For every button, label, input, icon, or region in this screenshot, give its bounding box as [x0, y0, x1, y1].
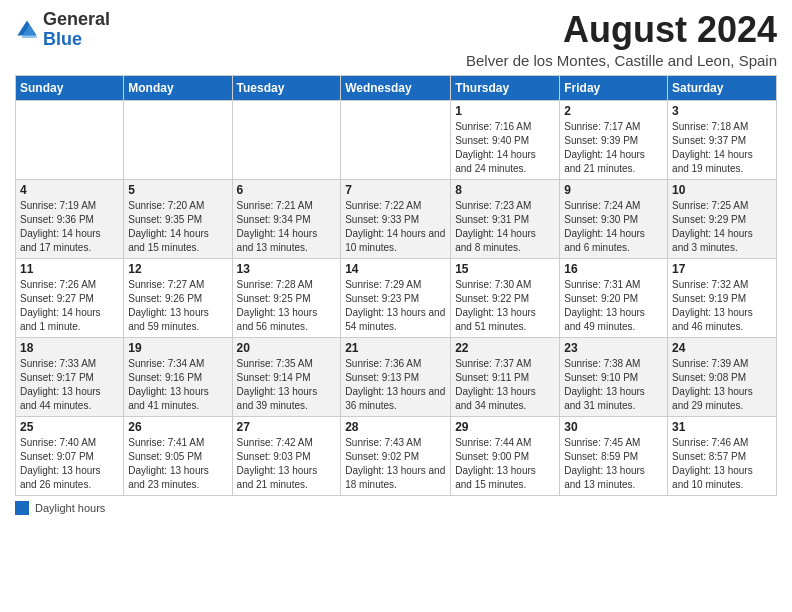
calendar-cell: 15Sunrise: 7:30 AM Sunset: 9:22 PM Dayli… — [451, 258, 560, 337]
calendar-cell: 2Sunrise: 7:17 AM Sunset: 9:39 PM Daylig… — [560, 100, 668, 179]
calendar-cell: 9Sunrise: 7:24 AM Sunset: 9:30 PM Daylig… — [560, 179, 668, 258]
day-info: Sunrise: 7:37 AM Sunset: 9:11 PM Dayligh… — [455, 357, 555, 413]
calendar-cell: 30Sunrise: 7:45 AM Sunset: 8:59 PM Dayli… — [560, 416, 668, 495]
day-number: 1 — [455, 104, 555, 118]
daylight-color-box — [15, 501, 29, 515]
daylight-hours-label: Daylight hours — [35, 502, 105, 514]
day-number: 14 — [345, 262, 446, 276]
day-info: Sunrise: 7:16 AM Sunset: 9:40 PM Dayligh… — [455, 120, 555, 176]
day-info: Sunrise: 7:39 AM Sunset: 9:08 PM Dayligh… — [672, 357, 772, 413]
calendar-cell: 11Sunrise: 7:26 AM Sunset: 9:27 PM Dayli… — [16, 258, 124, 337]
col-header-tuesday: Tuesday — [232, 75, 341, 100]
day-number: 6 — [237, 183, 337, 197]
day-number: 16 — [564, 262, 663, 276]
day-number: 28 — [345, 420, 446, 434]
day-number: 19 — [128, 341, 227, 355]
day-number: 13 — [237, 262, 337, 276]
day-info: Sunrise: 7:42 AM Sunset: 9:03 PM Dayligh… — [237, 436, 337, 492]
day-number: 27 — [237, 420, 337, 434]
day-info: Sunrise: 7:25 AM Sunset: 9:29 PM Dayligh… — [672, 199, 772, 255]
day-info: Sunrise: 7:30 AM Sunset: 9:22 PM Dayligh… — [455, 278, 555, 334]
day-info: Sunrise: 7:40 AM Sunset: 9:07 PM Dayligh… — [20, 436, 119, 492]
day-number: 30 — [564, 420, 663, 434]
day-info: Sunrise: 7:35 AM Sunset: 9:14 PM Dayligh… — [237, 357, 337, 413]
calendar-week-3: 18Sunrise: 7:33 AM Sunset: 9:17 PM Dayli… — [16, 337, 777, 416]
day-info: Sunrise: 7:33 AM Sunset: 9:17 PM Dayligh… — [20, 357, 119, 413]
day-number: 8 — [455, 183, 555, 197]
day-info: Sunrise: 7:19 AM Sunset: 9:36 PM Dayligh… — [20, 199, 119, 255]
calendar-cell — [341, 100, 451, 179]
day-info: Sunrise: 7:34 AM Sunset: 9:16 PM Dayligh… — [128, 357, 227, 413]
day-info: Sunrise: 7:17 AM Sunset: 9:39 PM Dayligh… — [564, 120, 663, 176]
calendar-cell: 17Sunrise: 7:32 AM Sunset: 9:19 PM Dayli… — [668, 258, 777, 337]
calendar-cell: 10Sunrise: 7:25 AM Sunset: 9:29 PM Dayli… — [668, 179, 777, 258]
day-info: Sunrise: 7:32 AM Sunset: 9:19 PM Dayligh… — [672, 278, 772, 334]
day-number: 22 — [455, 341, 555, 355]
day-info: Sunrise: 7:46 AM Sunset: 8:57 PM Dayligh… — [672, 436, 772, 492]
calendar-header-row: SundayMondayTuesdayWednesdayThursdayFrid… — [16, 75, 777, 100]
calendar-cell: 21Sunrise: 7:36 AM Sunset: 9:13 PM Dayli… — [341, 337, 451, 416]
col-header-wednesday: Wednesday — [341, 75, 451, 100]
footer: Daylight hours — [15, 501, 777, 515]
calendar-cell: 27Sunrise: 7:42 AM Sunset: 9:03 PM Dayli… — [232, 416, 341, 495]
day-number: 3 — [672, 104, 772, 118]
day-number: 23 — [564, 341, 663, 355]
day-info: Sunrise: 7:28 AM Sunset: 9:25 PM Dayligh… — [237, 278, 337, 334]
calendar-cell: 26Sunrise: 7:41 AM Sunset: 9:05 PM Dayli… — [124, 416, 232, 495]
day-info: Sunrise: 7:24 AM Sunset: 9:30 PM Dayligh… — [564, 199, 663, 255]
calendar-cell: 3Sunrise: 7:18 AM Sunset: 9:37 PM Daylig… — [668, 100, 777, 179]
calendar-cell: 24Sunrise: 7:39 AM Sunset: 9:08 PM Dayli… — [668, 337, 777, 416]
day-info: Sunrise: 7:27 AM Sunset: 9:26 PM Dayligh… — [128, 278, 227, 334]
calendar-cell: 22Sunrise: 7:37 AM Sunset: 9:11 PM Dayli… — [451, 337, 560, 416]
calendar-cell: 28Sunrise: 7:43 AM Sunset: 9:02 PM Dayli… — [341, 416, 451, 495]
calendar-week-0: 1Sunrise: 7:16 AM Sunset: 9:40 PM Daylig… — [16, 100, 777, 179]
calendar-cell — [16, 100, 124, 179]
day-info: Sunrise: 7:31 AM Sunset: 9:20 PM Dayligh… — [564, 278, 663, 334]
col-header-thursday: Thursday — [451, 75, 560, 100]
day-info: Sunrise: 7:18 AM Sunset: 9:37 PM Dayligh… — [672, 120, 772, 176]
calendar-week-2: 11Sunrise: 7:26 AM Sunset: 9:27 PM Dayli… — [16, 258, 777, 337]
day-number: 31 — [672, 420, 772, 434]
day-number: 26 — [128, 420, 227, 434]
logo-text: General Blue — [43, 10, 110, 50]
calendar-cell: 20Sunrise: 7:35 AM Sunset: 9:14 PM Dayli… — [232, 337, 341, 416]
day-number: 10 — [672, 183, 772, 197]
day-info: Sunrise: 7:44 AM Sunset: 9:00 PM Dayligh… — [455, 436, 555, 492]
day-number: 7 — [345, 183, 446, 197]
calendar-cell: 29Sunrise: 7:44 AM Sunset: 9:00 PM Dayli… — [451, 416, 560, 495]
day-number: 18 — [20, 341, 119, 355]
day-number: 20 — [237, 341, 337, 355]
calendar-cell: 7Sunrise: 7:22 AM Sunset: 9:33 PM Daylig… — [341, 179, 451, 258]
location: Belver de los Montes, Castille and Leon,… — [466, 52, 777, 69]
day-info: Sunrise: 7:26 AM Sunset: 9:27 PM Dayligh… — [20, 278, 119, 334]
col-header-saturday: Saturday — [668, 75, 777, 100]
col-header-monday: Monday — [124, 75, 232, 100]
calendar-cell: 31Sunrise: 7:46 AM Sunset: 8:57 PM Dayli… — [668, 416, 777, 495]
calendar-cell: 6Sunrise: 7:21 AM Sunset: 9:34 PM Daylig… — [232, 179, 341, 258]
logo-blue: Blue — [43, 29, 82, 49]
calendar-cell: 5Sunrise: 7:20 AM Sunset: 9:35 PM Daylig… — [124, 179, 232, 258]
title-block: August 2024 Belver de los Montes, Castil… — [466, 10, 777, 69]
day-number: 5 — [128, 183, 227, 197]
calendar-cell: 23Sunrise: 7:38 AM Sunset: 9:10 PM Dayli… — [560, 337, 668, 416]
header: General Blue August 2024 Belver de los M… — [15, 10, 777, 69]
calendar-cell: 16Sunrise: 7:31 AM Sunset: 9:20 PM Dayli… — [560, 258, 668, 337]
day-info: Sunrise: 7:29 AM Sunset: 9:23 PM Dayligh… — [345, 278, 446, 334]
calendar-cell — [124, 100, 232, 179]
day-number: 24 — [672, 341, 772, 355]
calendar-table: SundayMondayTuesdayWednesdayThursdayFrid… — [15, 75, 777, 496]
day-info: Sunrise: 7:43 AM Sunset: 9:02 PM Dayligh… — [345, 436, 446, 492]
calendar-cell: 13Sunrise: 7:28 AM Sunset: 9:25 PM Dayli… — [232, 258, 341, 337]
logo: General Blue — [15, 10, 110, 50]
day-number: 12 — [128, 262, 227, 276]
day-number: 25 — [20, 420, 119, 434]
day-info: Sunrise: 7:23 AM Sunset: 9:31 PM Dayligh… — [455, 199, 555, 255]
day-number: 9 — [564, 183, 663, 197]
calendar-week-1: 4Sunrise: 7:19 AM Sunset: 9:36 PM Daylig… — [16, 179, 777, 258]
day-number: 21 — [345, 341, 446, 355]
calendar-cell: 12Sunrise: 7:27 AM Sunset: 9:26 PM Dayli… — [124, 258, 232, 337]
col-header-friday: Friday — [560, 75, 668, 100]
day-info: Sunrise: 7:45 AM Sunset: 8:59 PM Dayligh… — [564, 436, 663, 492]
day-info: Sunrise: 7:22 AM Sunset: 9:33 PM Dayligh… — [345, 199, 446, 255]
month-year: August 2024 — [466, 10, 777, 50]
